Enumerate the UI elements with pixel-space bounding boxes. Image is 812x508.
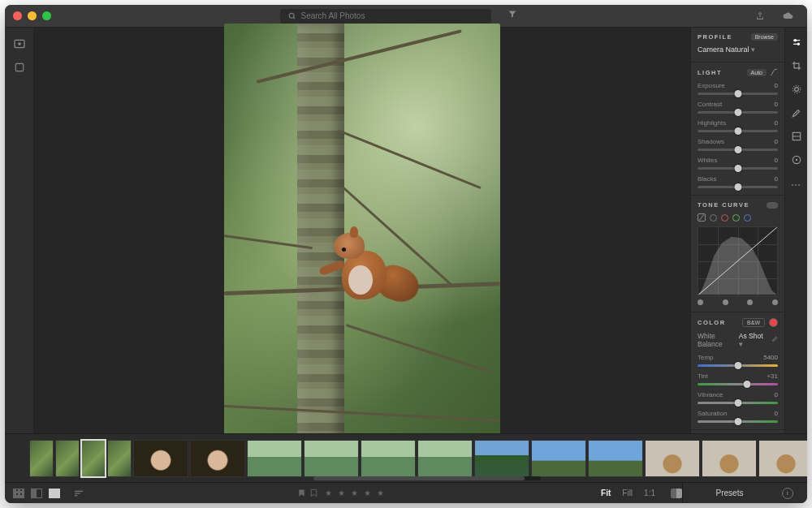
blacks-label: Blacks — [698, 175, 717, 183]
saturation-slider[interactable] — [698, 420, 778, 423]
bottom-bar: ★ ★ ★ ★ ★ Fit Fill 1:1 Presets i — [5, 482, 807, 503]
zoom-fit-button[interactable]: Fit — [598, 489, 613, 497]
vibrance-value: 0 — [775, 391, 778, 398]
presets-button[interactable]: Presets — [682, 483, 776, 503]
contrast-label: Contrast — [698, 101, 722, 108]
tool-rail: ⋯ — [784, 28, 807, 433]
wb-dropdown[interactable]: As Shot — [739, 332, 766, 348]
wb-label: White Balance — [698, 332, 739, 348]
color-section: COLOR B&W White Balance As Shot T — [691, 312, 784, 430]
shadows-value: 0 — [775, 138, 778, 145]
curve-param-icon[interactable] — [698, 213, 706, 222]
thumbnail[interactable] — [417, 440, 473, 477]
thumbnail[interactable] — [531, 440, 586, 477]
info-icon[interactable]: i — [782, 488, 793, 499]
thumbnail[interactable] — [304, 440, 359, 477]
close-button[interactable] — [13, 11, 22, 20]
filmstrip-scrollbar[interactable] — [313, 476, 541, 480]
tone-curve-icon[interactable] — [770, 68, 778, 76]
brush-icon[interactable] — [790, 106, 803, 119]
bw-button[interactable]: B&W — [742, 318, 765, 327]
more-tools-icon[interactable]: ⋯ — [790, 179, 803, 192]
grid-view-button[interactable] — [13, 489, 24, 498]
saturation-label: Saturation — [698, 410, 727, 417]
exposure-value: 0 — [775, 82, 778, 89]
auto-button[interactable]: Auto — [747, 69, 767, 76]
temp-label: Temp — [698, 354, 714, 361]
thumbnail[interactable] — [190, 440, 245, 477]
curve-region-sliders[interactable] — [698, 299, 778, 305]
share-icon[interactable] — [750, 11, 770, 21]
highlights-slider[interactable] — [698, 130, 778, 132]
presets-label: Presets — [716, 489, 744, 497]
wb-dropper-icon[interactable] — [770, 336, 778, 344]
rating-stars[interactable]: ★ ★ ★ ★ ★ — [325, 489, 385, 497]
shadows-label: Shadows — [698, 138, 724, 145]
flag-controls[interactable] — [297, 489, 318, 497]
detail-view-button[interactable] — [49, 489, 60, 498]
healing-brush-icon[interactable] — [790, 83, 803, 96]
main-image — [224, 24, 500, 437]
svg-rect-3 — [15, 63, 23, 71]
thumbnail[interactable] — [758, 440, 807, 477]
image-canvas[interactable] — [34, 28, 690, 433]
saturation-value: 0 — [775, 410, 778, 417]
curve-luma-icon[interactable] — [710, 214, 717, 222]
temp-value: 5400 — [763, 354, 778, 361]
zoom-fill-button[interactable]: Fill — [620, 489, 635, 497]
thumbnail[interactable] — [702, 440, 757, 477]
my-photos-icon[interactable] — [14, 62, 25, 73]
thumbnail[interactable] — [645, 440, 700, 477]
exposure-slider[interactable] — [698, 93, 778, 95]
thumbnail[interactable] — [55, 440, 80, 477]
curve-red-icon[interactable] — [721, 214, 728, 222]
thumbnail[interactable] — [107, 440, 132, 477]
search-input[interactable]: Search All Photos — [280, 9, 491, 24]
blacks-value: 0 — [775, 175, 778, 183]
cloud-sync-icon[interactable] — [778, 11, 799, 21]
window-controls — [13, 11, 51, 20]
thumbnail[interactable] — [361, 440, 416, 477]
curve-green-icon[interactable] — [732, 214, 740, 222]
filmstrip[interactable] — [5, 433, 807, 482]
shadows-slider[interactable] — [698, 149, 778, 151]
whites-label: Whites — [698, 157, 717, 164]
profile-dropdown[interactable]: Camera Natural — [698, 45, 778, 54]
before-after-icon[interactable] — [671, 489, 682, 498]
zoom-1to1-button[interactable]: 1:1 — [641, 489, 658, 497]
curve-blue-icon[interactable] — [744, 214, 751, 222]
zoom-controls: Fit Fill 1:1 — [598, 489, 682, 498]
tint-slider[interactable] — [698, 383, 778, 385]
thumbnail-selected[interactable] — [81, 440, 106, 477]
blacks-slider[interactable] — [698, 186, 778, 188]
thumbnail[interactable] — [474, 440, 529, 477]
add-photos-icon[interactable] — [13, 37, 26, 50]
svg-point-6 — [797, 43, 799, 45]
sort-icon[interactable] — [73, 489, 84, 497]
thumbnail[interactable] — [29, 440, 54, 477]
contrast-slider[interactable] — [698, 111, 778, 114]
search-icon — [288, 12, 296, 20]
svg-point-8 — [793, 85, 800, 93]
color-mixer-icon[interactable] — [769, 318, 778, 327]
temp-slider[interactable] — [698, 364, 778, 367]
vibrance-slider[interactable] — [698, 402, 778, 404]
linear-gradient-icon[interactable] — [790, 130, 803, 143]
radial-gradient-icon[interactable] — [790, 153, 803, 166]
crop-icon[interactable] — [790, 59, 803, 72]
tone-curve-editor[interactable] — [698, 226, 778, 296]
svg-line-1 — [293, 17, 295, 19]
tone-curve-title: TONE CURVE — [698, 201, 749, 209]
maximize-button[interactable] — [42, 11, 51, 20]
thumbnail[interactable] — [247, 440, 302, 477]
thumbnail[interactable] — [133, 440, 188, 477]
thumbnail[interactable] — [588, 440, 643, 477]
tone-curve-toggle-icon[interactable] — [767, 202, 778, 209]
profile-browse-button[interactable]: Browse — [751, 33, 778, 41]
tint-value: +31 — [767, 372, 778, 380]
filter-icon[interactable] — [503, 9, 522, 24]
edit-sliders-icon[interactable] — [790, 36, 803, 49]
whites-slider[interactable] — [698, 167, 778, 170]
compare-view-button[interactable] — [31, 489, 42, 498]
minimize-button[interactable] — [28, 11, 37, 20]
